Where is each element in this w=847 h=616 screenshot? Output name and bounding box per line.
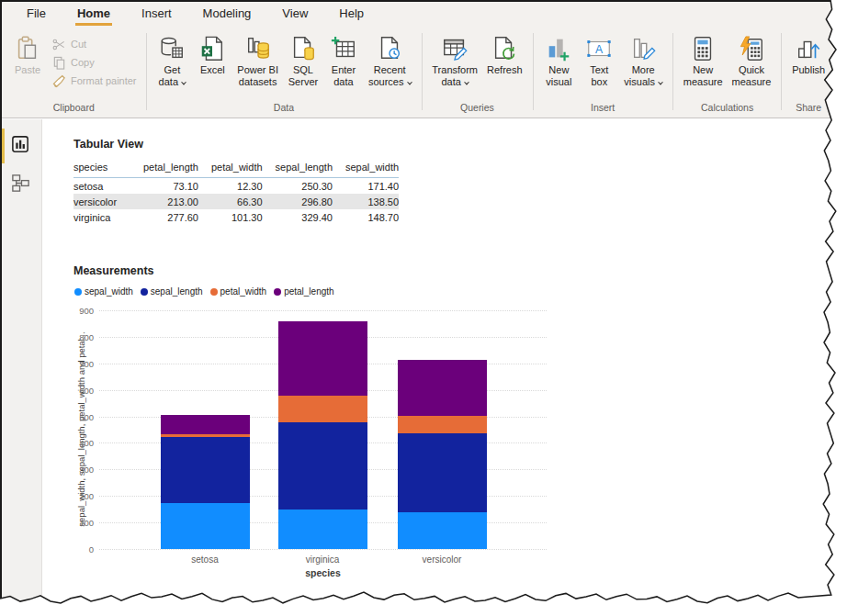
table-cell: 101.30 <box>198 209 263 225</box>
table-cell: 171.40 <box>333 178 399 195</box>
bar-segment-sepal-width-versicolor[interactable] <box>398 512 487 549</box>
ribbon-group-label: Data <box>146 100 421 118</box>
table-cell: setosa <box>73 178 130 195</box>
new-measure-button[interactable]: Newmeasure <box>679 32 728 89</box>
power-bi-datasets-button[interactable]: Power BIdatasets <box>232 32 283 89</box>
table-visual[interactable]: Tabular View speciespetal_lengthpetal_wi… <box>73 138 399 225</box>
bar-segment-sepal-width-virginica[interactable] <box>278 510 367 549</box>
text-box-button[interactable]: ATextbox <box>579 32 619 89</box>
y-tick-label: 300 <box>65 465 94 475</box>
x-tick-label: versicolor <box>387 554 497 565</box>
report-canvas: Tabular View speciespetal_lengthpetal_wi… <box>43 119 847 616</box>
legend-item-sepal-length[interactable]: sepal_length <box>141 286 203 297</box>
scissors-icon <box>51 37 66 51</box>
chevron-down-icon <box>407 80 412 85</box>
y-tick-label: 700 <box>65 359 94 369</box>
chevron-down-icon <box>658 80 663 85</box>
ribbon-group-label: Share <box>782 100 835 118</box>
report-view-icon <box>10 134 31 159</box>
y-tick-label: 200 <box>65 491 94 501</box>
paste-button: Paste <box>7 32 48 77</box>
bar-segment-petal-width-versicolor[interactable] <box>398 416 487 433</box>
legend-label: sepal_length <box>151 286 203 297</box>
sidebar-model-view[interactable] <box>0 165 41 204</box>
recent-sources-button[interactable]: Recentsources <box>364 32 416 89</box>
column-header-species[interactable]: species <box>73 160 130 178</box>
publish-icon <box>793 33 824 64</box>
legend-item-sepal-width[interactable]: sepal_width <box>74 286 133 297</box>
bar-segment-sepal-length-setosa[interactable] <box>161 437 250 503</box>
table-cell: 66.30 <box>198 194 263 209</box>
bar-segment-petal-length-virginica[interactable] <box>278 321 367 395</box>
table-cell: versicolor <box>73 194 130 209</box>
column-header-petal-length[interactable]: petal_length <box>130 160 198 178</box>
copy-button: Copy <box>48 53 141 72</box>
table-cell: 329.40 <box>263 209 333 225</box>
transform-data-button[interactable]: Transformdata <box>427 32 482 89</box>
new-visual-icon <box>543 33 574 64</box>
menu-tab-view[interactable]: View <box>266 2 323 26</box>
legend-label: sepal_width <box>85 286 133 297</box>
chart-title: Measurements <box>73 264 588 277</box>
format-painter-icon <box>51 73 66 88</box>
bar-segment-petal-length-setosa[interactable] <box>161 415 250 434</box>
menu-tab-modeling[interactable]: Modeling <box>187 2 267 26</box>
table-title: Tabular View <box>73 138 399 151</box>
table-row: setosa73.1012.30250.30171.40 <box>73 178 399 195</box>
table-cell: 296.80 <box>263 194 333 209</box>
ribbon-group-calculations: NewmeasureQuickmeasureCalculations <box>673 28 782 118</box>
sidebar-report-view[interactable] <box>0 127 41 165</box>
y-tick-label: 800 <box>65 332 94 342</box>
excel-button[interactable]: Excel <box>192 32 232 77</box>
enter-data-button[interactable]: Enterdata <box>323 32 364 89</box>
ribbon-group-label: Calculations <box>673 100 782 118</box>
table-cell: 12.30 <box>198 178 263 195</box>
text-box-icon: A <box>583 33 615 64</box>
legend-dot-icon <box>141 288 148 296</box>
bar-segment-petal-width-setosa[interactable] <box>161 434 250 438</box>
column-header-petal-width[interactable]: petal_width <box>198 160 263 178</box>
data-table: speciespetal_lengthpetal_widthsepal_leng… <box>73 160 399 225</box>
y-tick-label: 100 <box>65 518 94 528</box>
gridline <box>99 310 547 311</box>
chart-legend: sepal_widthsepal_lengthpetal_widthpetal_… <box>74 286 334 297</box>
quick-measure-button[interactable]: Quickmeasure <box>728 32 776 89</box>
sql-server-button[interactable]: SQLServer <box>283 32 323 89</box>
column-header-sepal-length[interactable]: sepal_length <box>263 160 333 178</box>
table-row: virginica277.60101.30329.40148.70 <box>73 209 399 225</box>
sql-server-icon <box>288 33 319 64</box>
ribbon-group-data: GetdataExcelPower BIdatasetsSQLServerEnt… <box>146 28 421 118</box>
y-axis-title: sepal_width, sepal_length, petal_width a… <box>76 310 86 549</box>
get-data-icon <box>156 33 187 64</box>
format-painter-button: Format painter <box>48 72 141 90</box>
group-divider <box>835 33 836 110</box>
plot-area: 0100200300400500600700800900setosavirgin… <box>99 310 547 549</box>
table-cell: 138.50 <box>333 194 399 209</box>
menu-tab-insert[interactable]: Insert <box>126 2 187 26</box>
column-header-sepal-width[interactable]: sepal_width <box>333 160 399 178</box>
table-cell: 277.60 <box>130 209 198 225</box>
model-view-icon <box>10 173 31 197</box>
menu-tab-home[interactable]: Home <box>62 2 126 26</box>
menu-tab-file[interactable]: File <box>11 2 62 26</box>
chart-visual[interactable]: Measurements sepal_widthsepal_lengthpeta… <box>73 264 588 595</box>
bar-segment-sepal-length-virginica[interactable] <box>278 422 367 510</box>
quick-measure-icon <box>736 33 767 64</box>
new-measure-icon <box>687 33 718 64</box>
legend-item-petal-length[interactable]: petal_length <box>274 286 334 297</box>
bar-segment-petal-length-versicolor[interactable] <box>398 360 487 417</box>
bar-segment-sepal-length-versicolor[interactable] <box>398 433 487 512</box>
get-data-button[interactable]: Getdata <box>152 32 192 89</box>
more-visuals-button[interactable]: Morevisuals <box>619 32 667 89</box>
legend-label: petal_width <box>220 286 267 297</box>
svg-text:A: A <box>595 43 604 56</box>
ribbon-group-insert: NewvisualATextboxMorevisualsInsert <box>533 28 672 118</box>
new-visual-button[interactable]: Newvisual <box>538 32 579 89</box>
menu-tab-help[interactable]: Help <box>323 2 379 26</box>
publish-button[interactable]: Publish <box>787 32 830 77</box>
bar-segment-petal-width-virginica[interactable] <box>278 396 367 422</box>
refresh-button[interactable]: Refresh <box>482 32 527 77</box>
ribbon-group-label: Insert <box>533 100 672 118</box>
bar-segment-sepal-width-setosa[interactable] <box>161 503 250 549</box>
legend-item-petal-width[interactable]: petal_width <box>210 286 267 297</box>
